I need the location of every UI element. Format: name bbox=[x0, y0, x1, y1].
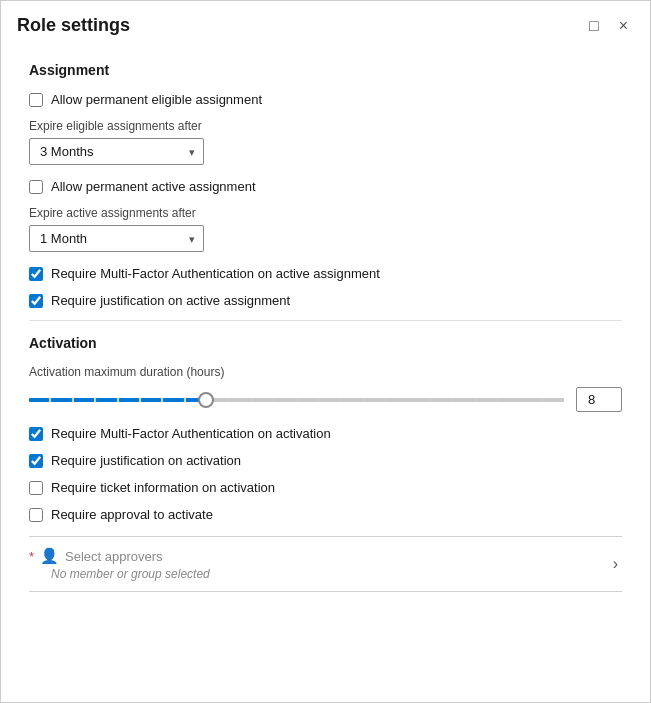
activation-section-title: Activation bbox=[29, 335, 622, 351]
expire-active-dropdown-wrap: 1 Month 3 Months 6 Months 1 Year Custom … bbox=[29, 225, 204, 252]
slider-segment-14 bbox=[342, 398, 362, 402]
approvers-left: * 👤 Select approvers No member or group … bbox=[29, 547, 210, 581]
title-bar: Role settings □ × bbox=[1, 1, 650, 46]
slider-segment-13 bbox=[320, 398, 340, 402]
person-icon: 👤 bbox=[40, 547, 59, 565]
slider-segment-11 bbox=[275, 398, 295, 402]
allow-permanent-active-label[interactable]: Allow permanent active assignment bbox=[51, 179, 256, 194]
approvers-section: * 👤 Select approvers No member or group … bbox=[29, 536, 622, 592]
slider-segment-10 bbox=[253, 398, 273, 402]
require-justification-activation-checkbox[interactable] bbox=[29, 454, 43, 468]
slider-segment-17 bbox=[409, 398, 429, 402]
expire-eligible-label: Expire eligible assignments after bbox=[29, 119, 622, 133]
approvers-label-row: * 👤 Select approvers bbox=[29, 547, 210, 565]
require-mfa-activation-label[interactable]: Require Multi-Factor Authentication on a… bbox=[51, 426, 331, 441]
require-justification-activation-row: Require justification on activation bbox=[29, 453, 622, 468]
slider-segments bbox=[29, 398, 564, 402]
slider-segment-23 bbox=[544, 398, 564, 402]
allow-permanent-active-row: Allow permanent active assignment bbox=[29, 179, 622, 194]
required-star: * bbox=[29, 549, 34, 564]
main-content: Assignment Allow permanent eligible assi… bbox=[1, 46, 650, 702]
assignment-section: Assignment Allow permanent eligible assi… bbox=[29, 62, 622, 308]
slider-segment-9 bbox=[230, 398, 250, 402]
require-approval-label[interactable]: Require approval to activate bbox=[51, 507, 213, 522]
duration-slider-row: 8 bbox=[29, 387, 622, 412]
activation-section: Activation Activation maximum duration (… bbox=[29, 335, 622, 592]
approvers-subtitle: No member or group selected bbox=[29, 567, 210, 581]
approvers-row[interactable]: * 👤 Select approvers No member or group … bbox=[29, 547, 622, 581]
duration-label: Activation maximum duration (hours) bbox=[29, 365, 622, 379]
require-mfa-active-checkbox[interactable] bbox=[29, 267, 43, 281]
section-divider bbox=[29, 320, 622, 321]
slider-segment-20 bbox=[477, 398, 497, 402]
require-justification-activation-label[interactable]: Require justification on activation bbox=[51, 453, 241, 468]
title-bar-controls: □ × bbox=[583, 16, 634, 36]
require-mfa-active-label[interactable]: Require Multi-Factor Authentication on a… bbox=[51, 266, 380, 281]
require-ticket-activation-checkbox[interactable] bbox=[29, 481, 43, 495]
allow-permanent-eligible-checkbox[interactable] bbox=[29, 93, 43, 107]
slider-segment-12 bbox=[298, 398, 318, 402]
require-mfa-activation-checkbox[interactable] bbox=[29, 427, 43, 441]
expire-eligible-dropdown-wrap: 1 Month 3 Months 6 Months 1 Year Custom … bbox=[29, 138, 204, 165]
require-justification-active-checkbox[interactable] bbox=[29, 294, 43, 308]
slider-segment-3 bbox=[96, 398, 116, 402]
slider-segment-19 bbox=[454, 398, 474, 402]
allow-permanent-eligible-row: Allow permanent eligible assignment bbox=[29, 92, 622, 107]
require-mfa-active-row: Require Multi-Factor Authentication on a… bbox=[29, 266, 622, 281]
require-approval-checkbox[interactable] bbox=[29, 508, 43, 522]
slider-segment-16 bbox=[387, 398, 407, 402]
slider-segment-5 bbox=[141, 398, 161, 402]
assignment-section-title: Assignment bbox=[29, 62, 622, 78]
slider-segment-15 bbox=[365, 398, 385, 402]
approvers-title: Select approvers bbox=[65, 549, 163, 564]
approvers-chevron-icon[interactable]: › bbox=[613, 555, 622, 573]
slider-segment-4 bbox=[119, 398, 139, 402]
expire-active-label: Expire active assignments after bbox=[29, 206, 622, 220]
slider-thumb[interactable] bbox=[198, 392, 214, 408]
window-title: Role settings bbox=[17, 15, 130, 36]
require-mfa-activation-row: Require Multi-Factor Authentication on a… bbox=[29, 426, 622, 441]
close-button[interactable]: × bbox=[613, 16, 634, 36]
slider-segment-18 bbox=[432, 398, 452, 402]
allow-permanent-eligible-label[interactable]: Allow permanent eligible assignment bbox=[51, 92, 262, 107]
expire-active-dropdown[interactable]: 1 Month 3 Months 6 Months 1 Year Custom bbox=[29, 225, 204, 252]
expire-eligible-dropdown[interactable]: 1 Month 3 Months 6 Months 1 Year Custom bbox=[29, 138, 204, 165]
require-justification-active-label[interactable]: Require justification on active assignme… bbox=[51, 293, 290, 308]
require-ticket-activation-label[interactable]: Require ticket information on activation bbox=[51, 480, 275, 495]
allow-permanent-active-checkbox[interactable] bbox=[29, 180, 43, 194]
require-justification-active-row: Require justification on active assignme… bbox=[29, 293, 622, 308]
slider-segment-1 bbox=[51, 398, 71, 402]
slider-container bbox=[29, 390, 564, 410]
slider-segment-6 bbox=[163, 398, 183, 402]
slider-segment-22 bbox=[521, 398, 541, 402]
require-approval-row: Require approval to activate bbox=[29, 507, 622, 522]
require-ticket-activation-row: Require ticket information on activation bbox=[29, 480, 622, 495]
slider-segment-21 bbox=[499, 398, 519, 402]
duration-input[interactable]: 8 bbox=[576, 387, 622, 412]
minimize-button[interactable]: □ bbox=[583, 16, 605, 36]
slider-segment-0 bbox=[29, 398, 49, 402]
slider-segment-2 bbox=[74, 398, 94, 402]
role-settings-window: Role settings □ × Assignment Allow perma… bbox=[0, 0, 651, 703]
slider-track bbox=[29, 398, 564, 402]
